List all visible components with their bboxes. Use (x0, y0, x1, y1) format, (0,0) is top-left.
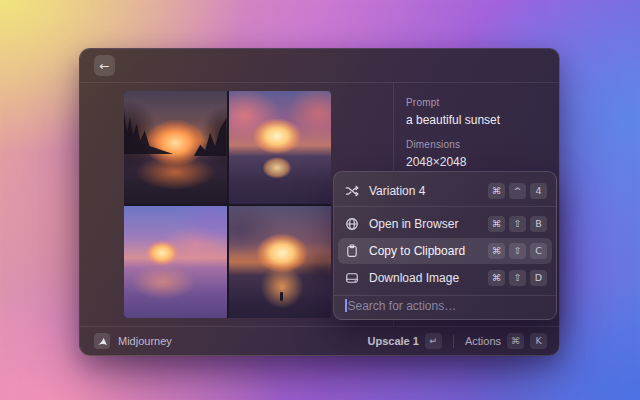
extension-name: Midjourney (118, 335, 172, 347)
b-key-icon: B (530, 216, 547, 232)
command-key-icon: ⌘ (488, 183, 505, 199)
menu-item-label: Copy to Clipboard (369, 244, 465, 258)
dimensions-label: Dimensions (406, 139, 547, 150)
window-header: ← (80, 49, 559, 83)
actions-search-input[interactable] (348, 299, 546, 313)
generated-image-1[interactable] (124, 91, 227, 204)
menu-item-download-image[interactable]: Download Image ⌘ ⇧ D (338, 265, 552, 291)
k-key-icon: K (530, 333, 547, 349)
command-key-icon: ⌘ (507, 333, 524, 349)
menu-item-label: Download Image (369, 271, 459, 285)
shift-key-icon: ⇧ (509, 216, 526, 232)
menu-group: Open in Browser ⌘ ⇧ B Copy to Clipboard … (338, 207, 552, 295)
generated-image-4[interactable] (229, 206, 332, 319)
shuffle-icon (345, 184, 360, 199)
status-bar: Midjourney Upscale 1 ↵ Actions ⌘ K (80, 326, 559, 355)
dimensions-value: 2048×2048 (406, 155, 547, 169)
generated-image-2[interactable] (229, 91, 332, 204)
d-key-icon: D (530, 270, 547, 286)
upscale-button[interactable]: Upscale 1 ↵ (364, 330, 446, 352)
prompt-label: Prompt (406, 97, 547, 108)
shortcut-keys: ⌘ ⇧ B (488, 216, 547, 232)
c-key-icon: C (530, 243, 547, 259)
globe-icon (345, 217, 360, 232)
control-key-icon: ^ (509, 183, 526, 199)
menu-item-variation-4[interactable]: Variation 4 ⌘ ^ 4 (338, 176, 552, 206)
shift-key-icon: ⇧ (509, 270, 526, 286)
return-key-icon: ↵ (425, 333, 442, 349)
menu-item-copy-to-clipboard[interactable]: Copy to Clipboard ⌘ ⇧ C (338, 238, 552, 264)
arrow-left-icon: ← (99, 60, 109, 72)
command-key-icon: ⌘ (488, 270, 505, 286)
generated-image-3[interactable] (124, 206, 227, 319)
shift-key-icon: ⇧ (509, 243, 526, 259)
actions-button[interactable]: Actions ⌘ K (461, 330, 551, 352)
clipboard-icon (345, 244, 360, 259)
text-caret (345, 299, 347, 312)
footer-actions: Upscale 1 ↵ Actions ⌘ K (364, 330, 551, 352)
upscale-label: Upscale 1 (368, 335, 419, 347)
actions-search (338, 296, 552, 315)
four-key-icon: 4 (530, 183, 547, 199)
prompt-value: a beautiful sunset (406, 113, 547, 127)
shortcut-keys: ⌘ ^ 4 (488, 183, 547, 199)
shortcut-keys: ⌘ ⇧ D (488, 270, 547, 286)
midjourney-logo-icon (94, 333, 110, 349)
command-key-icon: ⌘ (488, 216, 505, 232)
command-key-icon: ⌘ (488, 243, 505, 259)
shortcut-keys: ⌘ ⇧ C (488, 243, 547, 259)
extension-identity: Midjourney (94, 333, 172, 349)
actions-menu: Variation 4 ⌘ ^ 4 Open in Browser ⌘ ⇧ (333, 171, 557, 320)
actions-label: Actions (465, 335, 501, 347)
hard-drive-icon (345, 271, 360, 286)
back-button[interactable]: ← (94, 55, 115, 76)
menu-item-label: Open in Browser (369, 217, 458, 231)
menu-item-label: Variation 4 (369, 184, 425, 198)
image-grid (124, 91, 331, 318)
footer-divider (453, 335, 454, 348)
menu-item-open-in-browser[interactable]: Open in Browser ⌘ ⇧ B (338, 211, 552, 237)
desktop-background: ← Prompt a beautiful sunset Dimensions 2… (0, 0, 640, 400)
